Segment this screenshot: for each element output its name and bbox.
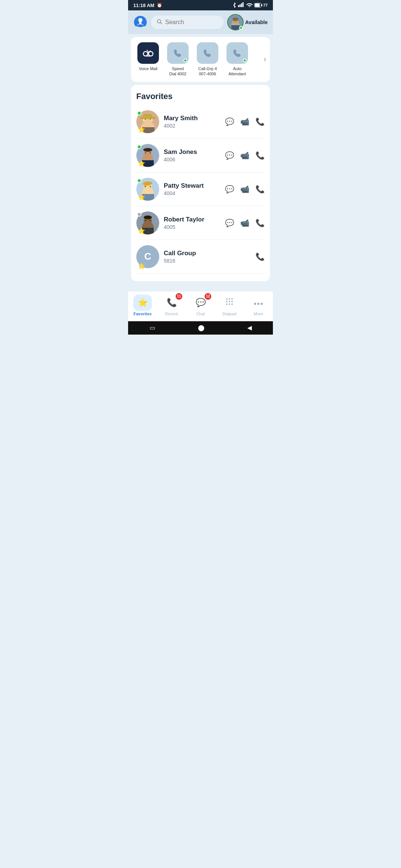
svg-point-39 [150,152,151,153]
android-back-btn[interactable]: ◀ [247,324,252,331]
nav-item-dialpad[interactable]: Dialpad [215,295,244,316]
svg-point-40 [143,148,152,152]
chat-icon-sam[interactable]: 💬 [225,151,234,160]
video-icon-robert[interactable]: 📹 [240,218,250,227]
contact-avatar-mary: ⭐ [136,110,159,133]
favorites-section: Favorites ⭐ [131,85,270,281]
svg-line-9 [160,23,162,24]
contact-info-patty: Patty Stewart 4004 [164,182,221,196]
header: Available [128,10,273,34]
svg-rect-3 [242,2,244,7]
more-nav-label: More [254,312,263,316]
video-icon-sam[interactable]: 📹 [240,151,250,160]
contact-status-robert [137,212,141,217]
svg-point-57 [226,301,228,302]
quick-action-voicemail[interactable]: Voice Mail [135,42,162,77]
svg-rect-6 [255,4,260,7]
svg-point-18 [143,52,148,56]
svg-rect-7 [261,4,263,6]
android-nav-bar: ▭ ⬤ ◀ [128,321,273,335]
contact-avatar-robert: ⭐ [136,211,159,234]
contact-row[interactable]: C ⭐ Call Group 5816 📞 [136,240,265,274]
svg-point-45 [145,186,146,187]
phone-icon-sam[interactable]: 📞 [255,151,265,160]
availability-status: Available [245,19,268,25]
phone-icon-robert[interactable]: 📞 [255,218,265,227]
contact-status-sam [137,145,141,149]
svg-rect-33 [143,114,153,119]
status-bar: 11:18 AM ⏰ [128,0,273,10]
user-status[interactable]: Available [227,14,268,30]
contact-status-mary [137,111,141,115]
more-nav-icon [254,298,263,308]
video-icon-patty[interactable]: 📹 [240,185,250,194]
favorite-star-callgroup: ⭐ [138,263,145,270]
recent-badge: 11 [176,293,182,300]
svg-point-53 [144,216,152,219]
video-icon-mary[interactable]: 📹 [240,117,250,126]
nav-item-more[interactable]: More [244,295,273,316]
quick-action-call-group[interactable]: Call-Grp 4007-4006 [194,42,221,77]
quick-action-auto-attendant[interactable]: AutoAttendant [224,42,251,77]
phone-icon-callgroup[interactable]: 📞 [255,252,265,261]
contact-info-sam: Sam Jones 4006 [164,148,221,162]
phone-icon-mary[interactable]: 📞 [255,117,265,126]
recent-nav-label: Recent [165,312,178,316]
favorite-star-mary: ⭐ [138,126,145,133]
chat-icon-robert[interactable]: 💬 [225,218,234,227]
favorite-star-patty: ⭐ [138,194,145,201]
contact-info-robert: Robert Taylor 4005 [164,216,221,230]
svg-point-17 [232,17,238,21]
contact-row[interactable]: ⭐ Sam Jones 4006 💬 📹 📞 [136,139,265,172]
nav-item-chat[interactable]: 💬 12 Chat [186,295,215,316]
favorites-nav-label: Favorites [134,312,152,316]
status-time: 11:18 AM [133,3,154,8]
svg-point-58 [229,301,230,302]
svg-point-56 [231,298,233,300]
chat-icon-mary[interactable]: 💬 [225,117,234,126]
svg-point-54 [226,298,228,300]
bottom-nav: ⭐ Favorites 📞 11 Recent 💬 12 Chat [128,292,273,321]
dialpad-nav-icon [225,297,234,308]
svg-point-64 [257,303,260,305]
svg-rect-2 [241,3,242,7]
favorites-nav-icon: ⭐ [138,298,148,308]
svg-point-52 [150,220,151,221]
contact-row[interactable]: ⭐ Patty Stewart 4004 💬 📹 📞 [136,172,265,206]
contact-status-patty [137,178,141,183]
svg-point-65 [261,303,263,305]
contact-row[interactable]: ⭐ Mary Smith 4002 💬 📹 📞 [136,105,265,139]
svg-point-51 [145,220,146,221]
phone-icon-patty[interactable]: 📞 [255,185,265,194]
contact-actions-mary: 💬 📹 📞 [225,117,265,126]
svg-point-62 [231,303,233,305]
dialpad-nav-label: Dialpad [222,312,236,316]
svg-point-4 [249,6,250,7]
bluetooth-icon [232,2,237,9]
favorite-star-sam: ⭐ [138,160,145,167]
android-square-btn[interactable]: ▭ [150,324,155,331]
svg-rect-0 [238,5,239,7]
search-bar[interactable] [151,16,224,29]
chat-icon-patty[interactable]: 💬 [225,185,234,194]
svg-point-63 [254,303,256,305]
contact-row[interactable]: ⭐ Robert Taylor 4005 💬 📹 📞 [136,206,265,240]
svg-point-61 [229,303,230,305]
quick-action-speed-dial[interactable]: SpeedDial 4002 [164,42,191,77]
chat-nav-icon: 💬 [196,298,206,308]
status-icons: 77 [232,2,268,9]
search-input[interactable] [165,19,218,26]
favorites-title: Favorites [136,92,265,101]
nav-item-recent[interactable]: 📞 11 Recent [157,295,186,316]
quick-actions-chevron[interactable]: › [264,55,266,64]
contact-actions-patty: 💬 📹 📞 [225,185,265,194]
android-home-btn[interactable]: ⬤ [198,324,205,331]
chat-nav-label: Chat [196,312,205,316]
svg-point-38 [145,152,146,153]
app-logo [133,14,147,30]
contact-avatar-sam: ⭐ [136,144,159,167]
speed-dial-status [183,59,187,62]
favorite-star-robert: ⭐ [138,227,145,234]
contact-actions-robert: 💬 📹 📞 [225,218,265,227]
nav-item-favorites[interactable]: ⭐ Favorites [128,295,157,316]
